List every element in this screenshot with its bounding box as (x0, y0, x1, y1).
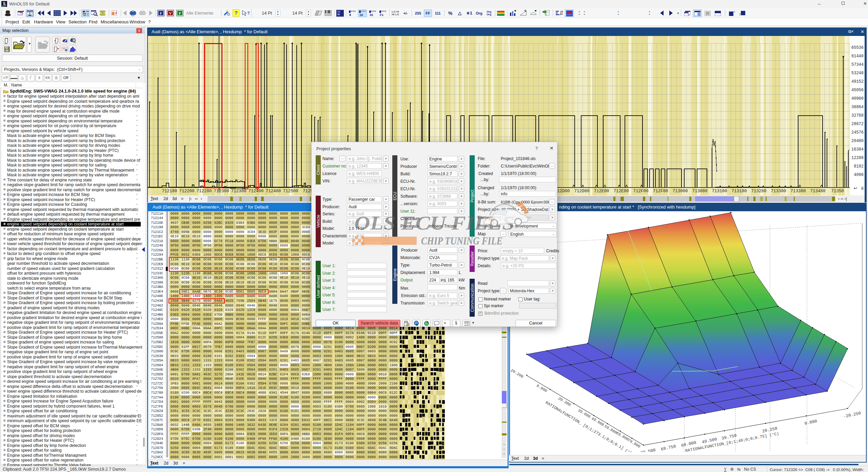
svg-text:712200: 712200 (179, 189, 194, 194)
svg-text:712180: 712180 (162, 189, 177, 194)
svg-text:713080: 713080 (692, 189, 707, 194)
svg-text:713380: 713380 (790, 189, 806, 194)
svg-text:712480: 712480 (265, 189, 281, 194)
svg-text:712E00: 712E00 (594, 189, 609, 194)
svg-text:713100: 713100 (712, 189, 727, 194)
svg-text:CHIP TUNING FILE: CHIP TUNING FILE (421, 235, 502, 247)
svg-text:0.000: 0.000 (536, 383, 548, 393)
svg-text:712F00: 712F00 (633, 189, 648, 194)
svg-text:F: F (160, 11, 162, 15)
svg-text:69.750: 69.750 (660, 444, 676, 452)
svg-text:P: P (179, 11, 181, 15)
svg-text:20.200: 20.200 (510, 368, 524, 379)
svg-text:ME: ME (337, 14, 340, 16)
svg-text:712500: 712500 (283, 189, 298, 194)
svg-text:713000: 713000 (672, 189, 688, 194)
svg-text:713480: 713480 (810, 189, 825, 194)
svg-text:?: ? (247, 11, 250, 16)
svg-text:F: F (546, 14, 547, 16)
svg-text:712380: 712380 (231, 189, 246, 194)
svg-text:-20.250: -20.250 (843, 411, 861, 419)
svg-text:712E80: 712E80 (613, 189, 629, 194)
svg-text:20.300: 20.300 (557, 396, 572, 407)
svg-text:712D80: 712D80 (574, 189, 589, 194)
svg-text:V: V (169, 11, 172, 15)
svg-text:712400: 712400 (248, 189, 263, 194)
svg-text:CD: CD (337, 11, 340, 13)
svg-text:712280: 712280 (196, 189, 212, 194)
svg-text:79.500: 79.500 (640, 448, 656, 452)
svg-text:713180: 713180 (731, 189, 747, 194)
svg-text:713280: 713280 (751, 189, 766, 194)
svg-text:713300: 713300 (771, 189, 786, 194)
svg-text:71350: 71350 (831, 189, 844, 194)
svg-text:712300: 712300 (214, 189, 229, 194)
svg-text:0.000: 0.000 (804, 419, 818, 426)
svg-text:IHL: IHL (131, 15, 135, 17)
svg-text:712F80: 712F80 (653, 189, 668, 194)
